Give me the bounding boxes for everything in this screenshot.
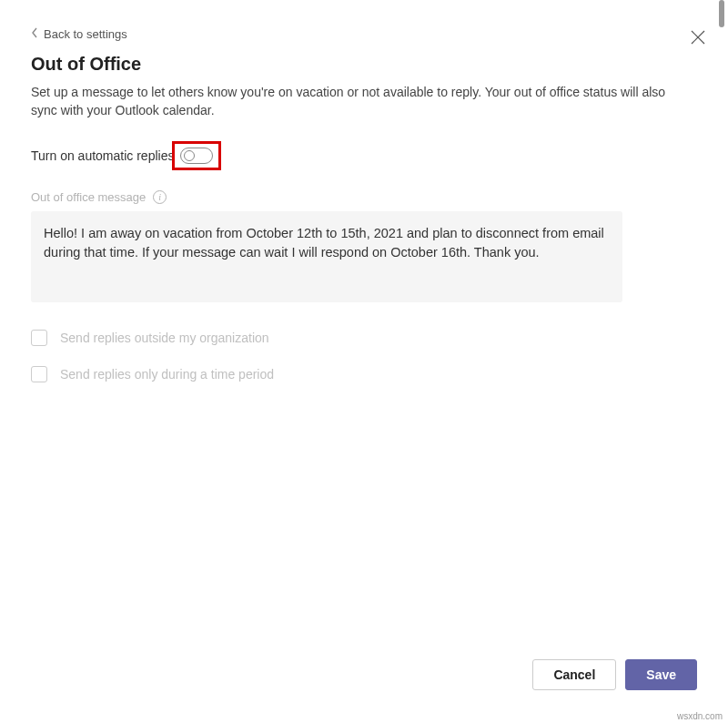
time-period-label: Send replies only during a time period bbox=[60, 367, 274, 382]
close-icon bbox=[690, 29, 706, 46]
outside-org-label: Send replies outside my organization bbox=[60, 331, 269, 345]
annotation-highlight bbox=[172, 141, 221, 170]
close-button[interactable] bbox=[690, 29, 706, 46]
time-period-checkbox[interactable] bbox=[31, 366, 47, 382]
info-icon[interactable]: i bbox=[153, 190, 167, 204]
scrollbar[interactable] bbox=[719, 0, 724, 27]
save-button[interactable]: Save bbox=[625, 659, 697, 690]
back-to-settings-link[interactable]: Back to settings bbox=[31, 27, 697, 41]
automatic-replies-toggle-row: Turn on automatic replies bbox=[31, 141, 697, 170]
page-title: Out of Office bbox=[31, 54, 697, 75]
cancel-button[interactable]: Cancel bbox=[532, 659, 616, 690]
back-link-label: Back to settings bbox=[44, 27, 127, 41]
dialog-footer: Cancel Save bbox=[532, 659, 697, 690]
automatic-replies-toggle[interactable] bbox=[180, 148, 213, 164]
message-label-row: Out of office message i bbox=[31, 190, 697, 204]
chevron-left-icon bbox=[31, 27, 38, 41]
toggle-knob bbox=[184, 150, 195, 161]
outside-org-checkbox-row: Send replies outside my organization bbox=[31, 330, 697, 346]
page-description: Set up a message to let others know you'… bbox=[31, 84, 668, 119]
time-period-checkbox-row: Send replies only during a time period bbox=[31, 366, 697, 382]
message-field-label: Out of office message bbox=[31, 190, 146, 204]
toggle-label: Turn on automatic replies bbox=[31, 148, 174, 163]
out-of-office-message-input[interactable]: Hello! I am away on vacation from Octobe… bbox=[31, 211, 622, 302]
settings-panel: Back to settings Out of Office Set up a … bbox=[0, 0, 728, 430]
outside-org-checkbox[interactable] bbox=[31, 330, 47, 346]
watermark-text: wsxdn.com bbox=[677, 711, 723, 721]
